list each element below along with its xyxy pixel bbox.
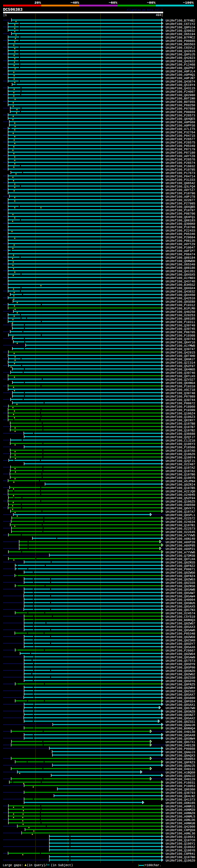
svg-text:UniRef100_Q0INY7: UniRef100_Q0INY7 [166,419,195,422]
svg-text:UniRef100_A9XP95: UniRef100_A9XP95 [166,544,195,548]
svg-text:20%: 20% [34,1,41,5]
svg-text:UniRef100_P10795: UniRef100_P10795 [166,168,195,172]
svg-text:UniRef100_Q9SDY8: UniRef100_Q9SDY8 [166,680,195,683]
svg-text:UniRef100_Q8VX71: UniRef100_Q8VX71 [166,507,195,510]
svg-text:UniRef100_A9NML5: UniRef100_A9NML5 [166,815,195,818]
svg-text:UniRef100_Q9ZRI4: UniRef100_Q9ZRI4 [166,483,195,487]
svg-text:UniRef100_Q5ZF94: UniRef100_Q5ZF94 [166,497,195,500]
svg-text:UniRef100_Q9S7N3: UniRef100_Q9S7N3 [166,609,195,612]
svg-text:UniRef100_P31333: UniRef100_P31333 [166,178,195,182]
svg-text:UniRef100_P26575: UniRef100_P26575 [166,141,195,145]
svg-text:~40%: ~40% [70,1,79,5]
svg-text:UniRef100_Q43746: UniRef100_Q43746 [166,280,195,283]
svg-text:UniRef100_O50053: UniRef100_O50053 [166,757,195,761]
svg-text:UniRef100_O49131: UniRef100_O49131 [166,768,195,771]
svg-text:UniRef100_Q2V327: UniRef100_Q2V327 [166,378,195,381]
svg-text:UniRef100_O24045: UniRef100_O24045 [166,493,195,497]
svg-text:UniRef100_Q84LN2: UniRef100_Q84LN2 [166,795,195,798]
svg-text:UniRef100_Q9TLH3: UniRef100_Q9TLH3 [166,375,195,378]
svg-text:UniRef100_Q107A2: UniRef100_Q107A2 [166,466,195,470]
svg-text:UniRef100_Q106Y8: UniRef100_Q106Y8 [166,849,195,852]
svg-text:UniRef100_P26573: UniRef100_P26573 [166,114,195,117]
svg-text:UniRef100_Q84Y16: UniRef100_Q84Y16 [166,341,195,344]
svg-text:UniRef100_Q08185: UniRef100_Q08185 [166,317,195,320]
svg-text:UniRef100_C1JZ18: UniRef100_C1JZ18 [166,439,195,442]
svg-text:UniRef100_A9YTZ7: UniRef100_A9YTZ7 [166,188,195,192]
svg-text:UniRef100_Q04450: UniRef100_Q04450 [166,293,195,297]
svg-text:UniRef100_Q39744: UniRef100_Q39744 [166,398,195,402]
svg-text:UniRef100_Q107B6: UniRef100_Q107B6 [166,473,195,476]
svg-text:UniRef100_P19310: UniRef100_P19310 [166,385,195,388]
svg-text:UniRef100_O24634: UniRef100_O24634 [166,520,195,524]
svg-text:UniRef100_Q39747: UniRef100_Q39747 [166,348,195,351]
svg-text:UniRef100_P12468: UniRef100_P12468 [166,63,195,66]
svg-text:UniRef100_Q107B5: UniRef100_Q107B5 [166,487,195,490]
svg-text:UniRef100_Q107C0: UniRef100_Q107C0 [166,839,195,842]
svg-text:UniRef100_Q9ZSS2: UniRef100_Q9ZSS2 [166,690,195,693]
svg-text:UniRef100_Q41373: UniRef100_Q41373 [166,798,195,802]
svg-text:UniRef100_A9NM29: UniRef100_A9NM29 [166,808,195,812]
svg-text:UniRef100_P29684: UniRef100_P29684 [166,236,195,239]
svg-text:UniRef100_Q9FRZ4: UniRef100_Q9FRZ4 [166,575,195,578]
svg-text:UniRef100_A1BQG9: UniRef100_A1BQG9 [166,771,195,774]
svg-text:UniRef100_O22645: UniRef100_O22645 [166,530,195,534]
svg-text:UniRef100_Q9SPL1: UniRef100_Q9SPL1 [166,514,195,517]
svg-text:~60%: ~60% [109,1,117,5]
svg-text:=100char.: =100char. [145,864,161,867]
svg-text:UniRef100_Q9SAW8: UniRef100_Q9SAW8 [166,588,195,591]
svg-text:UniRef100_Q9FRZ3: UniRef100_Q9FRZ3 [166,761,195,764]
svg-text:UniRef100_P10053: UniRef100_P10053 [166,784,195,788]
svg-text:UniRef100_Q9SAW6: UniRef100_Q9SAW6 [166,629,195,632]
svg-text:UniRef100_A9XP20: UniRef100_A9XP20 [166,541,195,544]
svg-text:UniRef100_Q9SBU5: UniRef100_Q9SBU5 [166,602,195,605]
svg-text:UniRef100_Q9TLH4: UniRef100_Q9TLH4 [166,558,195,561]
svg-text:UniRef100_Q106X2: UniRef100_Q106X2 [166,845,195,849]
svg-text:UniRef100_Q39746: UniRef100_Q39746 [166,371,195,375]
svg-text:UniRef100_P27985: UniRef100_P27985 [166,202,195,206]
svg-text:UniRef100_Q6RWD8: UniRef100_Q6RWD8 [166,259,195,263]
svg-text:UniRef100_A6N149: UniRef100_A6N149 [166,537,195,541]
svg-text:UniRef100_Q9ZSS1: UniRef100_Q9ZSS1 [166,720,195,723]
svg-text:UniRef100_O49130: UniRef100_O49130 [166,731,195,734]
svg-text:UniRef100_B9T055: UniRef100_B9T055 [166,100,195,104]
svg-text:UniRef100_Q9S7X1: UniRef100_Q9S7X1 [166,741,195,744]
svg-text:AlignView.pm Beta rel.7: AlignView.pm Beta rel.7 [127,9,163,12]
svg-text:UniRef100_P17673: UniRef100_P17673 [166,172,195,175]
svg-text:UniRef100_P10647: UniRef100_P10647 [166,246,195,249]
svg-text:UniRef100_Q9ZWG3: UniRef100_Q9ZWG3 [166,578,195,581]
svg-text:UniRef100_P08135: UniRef100_P08135 [166,239,195,243]
svg-text:UniRef100_P08705: UniRef100_P08705 [166,331,195,334]
svg-text:UniRef100_Q84QE5: UniRef100_Q84QE5 [166,117,195,121]
svg-text:UniRef100_Q96360: UniRef100_Q96360 [166,788,195,791]
svg-text:UniRef100_Q9ZWG6: UniRef100_Q9ZWG6 [166,571,195,575]
svg-text:UniRef100_P00868: UniRef100_P00868 [166,747,195,751]
svg-text:UniRef100_Q84NG5: UniRef100_Q84NG5 [166,368,195,371]
svg-text:UniRef100_Q43874: UniRef100_Q43874 [166,80,195,84]
svg-text:UniRef100_A7LIT5: UniRef100_A7LIT5 [166,127,195,131]
svg-text:UniRef100_B9S5G3: UniRef100_B9S5G3 [166,43,195,46]
svg-text:UniRef100_Q42815: UniRef100_Q42815 [166,50,195,53]
svg-text:UniRef100_Q107B1: UniRef100_Q107B1 [166,524,195,527]
svg-text:UniRef100_A7YVW6: UniRef100_A7YVW6 [166,551,195,554]
svg-text:UniRef100_Q9ZWH4: UniRef100_Q9ZWH4 [166,686,195,690]
svg-text:UniRef100_Q39743: UniRef100_Q39743 [166,338,195,341]
svg-text:UniRef100_Q9FRZ5: UniRef100_Q9FRZ5 [166,683,195,686]
svg-text:UniRef100_P05346: UniRef100_P05346 [166,232,195,236]
svg-text:UniRef100_C5Y519: UniRef100_C5Y519 [166,615,195,619]
svg-text:UniRef100_O24574: UniRef100_O24574 [166,612,195,615]
svg-text:UniRef100_C6SVL2: UniRef100_C6SVL2 [166,46,195,50]
svg-text:UniRef100_Q9SNZ7: UniRef100_Q9SNZ7 [166,713,195,717]
svg-text:Large gaps:: Large gaps: [3,864,23,867]
svg-text:UniRef100_Q42900: UniRef100_Q42900 [166,825,195,829]
svg-text:UniRef100_Q9ZSS5: UniRef100_Q9ZSS5 [166,581,195,585]
svg-text:UniRef100_Q9AUJ2: UniRef100_Q9AUJ2 [166,774,195,778]
svg-text:UniRef100_Q9SP00: UniRef100_Q9SP00 [166,666,195,670]
svg-text:UniRef100_Q02980: UniRef100_Q02980 [166,94,195,97]
svg-text:UniRef100_P18566: UniRef100_P18566 [166,446,195,449]
svg-text:UniRef100_Q107B8: UniRef100_Q107B8 [166,422,195,426]
svg-text:UniRef100_B1PLM0: UniRef100_B1PLM0 [166,307,195,310]
svg-text:UniRef100_Q107B7: UniRef100_Q107B7 [166,426,195,429]
svg-text:UniRef100_Q2QTJ7: UniRef100_Q2QTJ7 [166,436,195,439]
svg-text:UniRef100_O22487: UniRef100_O22487 [166,463,195,466]
svg-text:(in Query)/: (in Query)/ [27,864,47,867]
